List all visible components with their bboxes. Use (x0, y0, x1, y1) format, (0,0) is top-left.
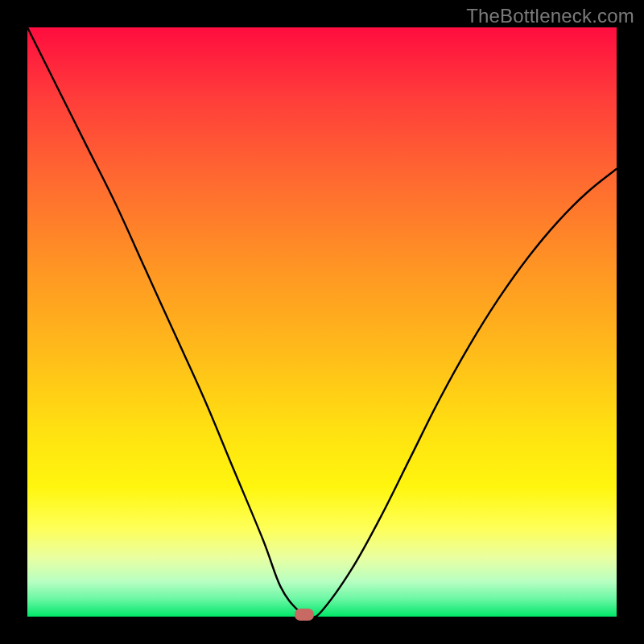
watermark-text: TheBottleneck.com (466, 5, 634, 27)
plot-area (27, 27, 617, 617)
optimal-point-marker (295, 609, 314, 621)
chart-frame: TheBottleneck.com (0, 0, 644, 644)
bottleneck-curve (27, 27, 617, 617)
